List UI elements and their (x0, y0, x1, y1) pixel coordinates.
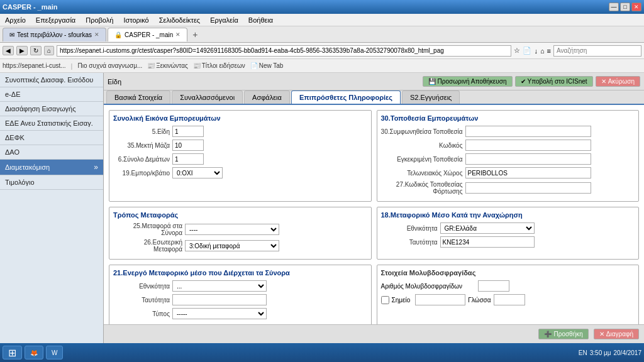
tab-test-close[interactable]: ✕ (94, 31, 99, 38)
menu-voitheia[interactable]: Βοήθεια (246, 15, 275, 25)
seals-arithmos-input[interactable] (478, 280, 509, 292)
bookmark-item-0[interactable]: https://sepanet.i-cust... (3, 62, 66, 69)
menu-istoriko[interactable]: Ιστορικό (121, 15, 151, 25)
toolbar-right: 💾 Προσωρινή Αποθήκευση ✔ Υποβολή στο ICI… (423, 76, 640, 87)
kwdikos-topoihesias-input[interactable] (465, 182, 591, 194)
eidi-input[interactable] (172, 126, 204, 137)
maximize-button[interactable]: □ (620, 3, 630, 11)
save-button[interactable]: 💾 Προσωρινή Αποθήκευση (423, 76, 513, 87)
metaforika-ethnikothta-row: Εθνικότητα GR:Ελλάδα (381, 222, 635, 234)
sidebar-item-ede-aneu[interactable]: ΕΔΕ Ανευ Στατιστικής Εισαγ. (0, 116, 103, 131)
mekti-masa-input[interactable] (172, 140, 204, 151)
bookmark-item-2[interactable]: 📰 Ξεκινώντας (147, 62, 187, 69)
bookmark-star-icon[interactable]: ☆ (514, 47, 520, 55)
energo-tautothta-label: Ταυτότητα (113, 297, 170, 304)
mekti-masa-row: 35.Μεκτή Μάζα (113, 140, 367, 151)
tab-asfaleia[interactable]: Ασφάλεια (244, 90, 290, 104)
delete-button[interactable]: ✕ Διαγραφή (594, 329, 639, 339)
addressbar: ◀ ▶ ↻ ⌂ ☆ 📄 ↓ ⌂ ≡ (0, 43, 644, 59)
symfwnithisa-label: 30.Συμφωνηθείσα Τοποθεσία (381, 128, 463, 135)
page-icon[interactable]: 📄 (523, 47, 531, 55)
egkekrimeni-input[interactable] (465, 153, 591, 165)
close-button[interactable]: ✕ (631, 3, 641, 11)
address-input[interactable] (57, 45, 511, 57)
sidebar-item-diametakomisi[interactable]: Διαμετακόμιση » (0, 160, 103, 175)
sidebar-item-synoptikes[interactable]: Συνοπτικές Διασαφ. Εισόδου (0, 73, 103, 87)
energo-typos-row: Τύπος ----- (113, 308, 367, 319)
telwniakos-input[interactable] (465, 167, 591, 178)
menu-ergalia[interactable]: Εργαλεία (208, 15, 241, 25)
telwniakos-label: Τελωνειακός Χώρος (381, 170, 463, 177)
submit-icon: ✔ (521, 78, 526, 85)
metaforika-ethnikothta-label: Εθνικότητα (381, 225, 438, 232)
egkekrimeni-row: Εγκεκριμένη Τοποθεσία (381, 153, 635, 165)
menu-arxeio[interactable]: Αρχείο (3, 15, 28, 25)
tab-eggyiseis[interactable]: S2.Εγγυήσεις (402, 90, 460, 104)
synolo-demates-input[interactable] (172, 153, 204, 165)
synolo-demates-row: 6.Σύνολο Δεμάτων (113, 153, 367, 165)
tab-casper[interactable]: 🔒 CASPER - _main ✕ (108, 28, 187, 41)
esoterik-label: 26.ΕσωτερικήΜεταφορά (113, 239, 182, 253)
add-icon: ➕ (544, 331, 552, 337)
seals-glwssa-input[interactable] (494, 294, 525, 305)
emporor-select[interactable]: 0:ΟΧΙ (172, 167, 223, 178)
kwdikos-topoihesias-row: 27.Κωδικός ΤοποθεσίαςΦόρτωσης (381, 181, 635, 195)
sidebar-item-defk[interactable]: ΔΕΦΚ (0, 131, 103, 145)
menu-provoli[interactable]: Προβολή (83, 15, 116, 25)
tropos-section: Τρόπος Μεταφοράς 25.Μεταφορά σταΣύνορα -… (109, 207, 372, 260)
kwdikos-topoihesias-label: 27.Κωδικός ΤοποθεσίαςΦόρτωσης (381, 181, 463, 195)
metaforika-ethnikothta-select[interactable]: GR:Ελλάδα (440, 222, 535, 234)
new-tab-button[interactable]: + (189, 30, 201, 40)
metafora-synora-select[interactable]: ---- (185, 224, 279, 235)
forward-button[interactable]: ▶ (16, 46, 28, 55)
tab-test[interactable]: ✉ Test περιβάλλον - sfourkas ✕ (3, 28, 106, 41)
energo-typos-select[interactable]: ----- (172, 308, 267, 319)
symfwnithisa-row: 30.Συμφωνηθείσα Τοποθεσία (381, 126, 635, 137)
seals-simeio-row: Σημείο Γλώσσα (381, 294, 635, 305)
kwdikos-input[interactable] (465, 140, 591, 151)
sidebar-item-dao[interactable]: ΔΑΟ (0, 145, 103, 160)
bookmark-item-3[interactable]: 📰 Τίτλοι ειδήσεων (193, 62, 245, 69)
tab-epiprosthetes[interactable]: Επιπρόσθετες Πληροφορίες (291, 90, 401, 104)
metaforika-tautothta-row: Ταυτότητα (381, 236, 635, 248)
bookmark-item-1[interactable]: Πιο συχνά αναγνωσμ... (77, 62, 142, 69)
esoterik-select[interactable]: 3:Οδική μεταφορά (185, 240, 279, 251)
sidebar-item-ede[interactable]: e-ΔΕ (0, 87, 103, 102)
sidebar-item-diasaf[interactable]: Διασάφηση Εισαγωγής (0, 102, 103, 116)
app-container: Συνοπτικές Διασαφ. Εισόδου e-ΔΕ Διασάφησ… (0, 73, 644, 343)
sidebar-item-timologio[interactable]: Τιμολόγιο (0, 175, 103, 190)
metaforika-tautothta-input[interactable] (440, 236, 535, 248)
bookmark-item-4[interactable]: 📄 New Tab (250, 62, 284, 69)
seals-checkbox[interactable] (381, 296, 389, 304)
synolo-demates-label: 6.Σύνολο Δεμάτων (113, 156, 170, 163)
seals-simeio-input[interactable] (415, 294, 465, 305)
seals-arithmos-label: Αριθμός Μολυβδοσφραγίδων (381, 283, 475, 290)
tab-casper-icon: 🔒 (114, 31, 122, 38)
tab-casper-close[interactable]: ✕ (175, 31, 180, 38)
menu-epexergasia[interactable]: Επεξεργασία (33, 15, 78, 25)
app-toolbar: Είδη 💾 Προσωρινή Αποθήκευση ✔ Υποβολή στ… (104, 73, 644, 90)
tab-vasika[interactable]: Βασικά Στοιχεία (106, 90, 170, 104)
home-addr-icon[interactable]: ⌂ (540, 47, 545, 55)
metaforika-section: 18.Μεταφορικό Μέσο Κατά την Αναχώρηση Εθ… (377, 207, 640, 260)
download-icon[interactable]: ↓ (534, 47, 538, 55)
energo-ethnikothta-select[interactable]: ... (172, 280, 267, 292)
settings-icon[interactable]: ≡ (547, 47, 551, 55)
home-button[interactable]: ⌂ (44, 46, 54, 55)
submit-button[interactable]: ✔ Υποβολή στο ICISnet (515, 76, 593, 87)
window-titlebar: CASPER - _main — □ ✕ (0, 0, 644, 14)
energo-typos-label: Τύπος (113, 310, 170, 317)
search-input[interactable] (553, 45, 641, 57)
add-button[interactable]: ➕ Προσθήκη (538, 329, 588, 339)
seals-arithmos-row: Αριθμός Μολυβδοσφραγίδων (381, 280, 635, 292)
back-button[interactable]: ◀ (3, 46, 14, 55)
energo-ethnikothta-row: Εθνικότητα ... (113, 280, 367, 292)
tab-synalassomenoi[interactable]: Συναλλασσόμενοι (172, 90, 243, 104)
cancel-button[interactable]: ✕ Ακύρωση (596, 76, 640, 87)
energo-tautothta-input[interactable] (172, 294, 267, 305)
menu-selido[interactable]: Σελιδοδείκτες (157, 15, 203, 25)
minimize-button[interactable]: — (609, 3, 619, 11)
symfwnithisa-input[interactable] (465, 126, 591, 137)
energo-ethnikothta-label: Εθνικότητα (113, 283, 170, 290)
refresh-button[interactable]: ↻ (30, 46, 42, 55)
